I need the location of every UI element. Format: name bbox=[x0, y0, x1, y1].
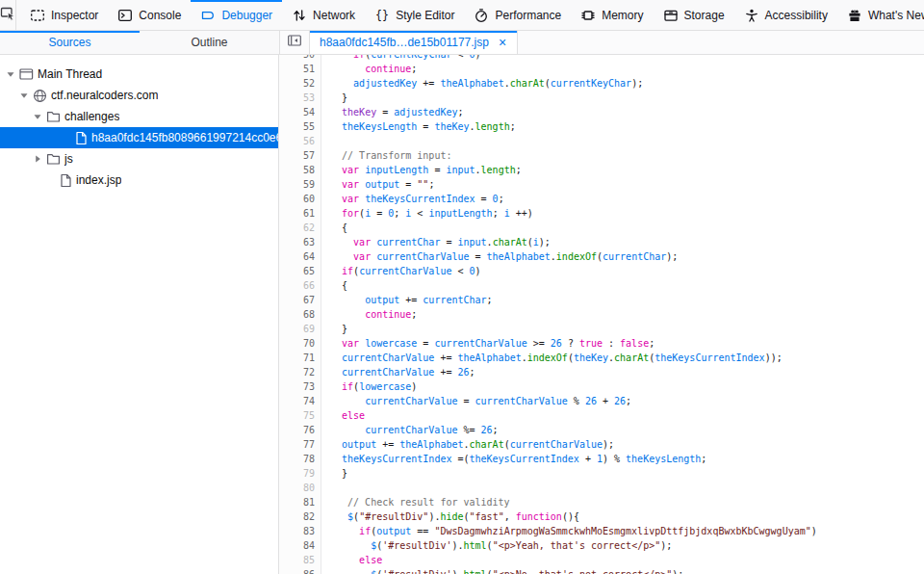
line-number[interactable]: 86 bbox=[279, 567, 315, 574]
line-number[interactable]: 71 bbox=[279, 351, 315, 365]
code-line-content[interactable]: else bbox=[330, 553, 382, 567]
sidebar-tab-outline[interactable]: Outline bbox=[140, 31, 279, 54]
code-line-content[interactable]: theKeysCurrentIndex =(theKeysCurrentInde… bbox=[330, 452, 706, 466]
line-number[interactable]: 74 bbox=[279, 394, 315, 408]
code-line-content[interactable]: if(lowercase) bbox=[330, 379, 417, 394]
line-number[interactable]: 85 bbox=[279, 553, 315, 567]
line-number[interactable]: 82 bbox=[279, 509, 315, 524]
code-line-content[interactable]: theKeysLength = theKey.length; bbox=[330, 119, 516, 134]
code-line-content[interactable]: $('#resultDiv').html("<p>No, that's not … bbox=[330, 567, 683, 574]
tool-tab-storage[interactable]: Storage bbox=[654, 0, 734, 30]
code-editor[interactable]: 50 if(currentKeyChar < 0)51 continue;52 … bbox=[279, 55, 924, 574]
code-line-content[interactable]: theKey = adjustedKey; bbox=[330, 105, 464, 119]
line-number[interactable]: 65 bbox=[279, 264, 315, 278]
caret-right-icon[interactable] bbox=[33, 154, 42, 164]
code-line-content[interactable]: var currentCharValue = theAlphabet.index… bbox=[330, 249, 678, 264]
code-line-content[interactable]: } bbox=[330, 322, 347, 336]
line-number[interactable]: 50 bbox=[279, 55, 315, 62]
tool-tab-debugger[interactable]: Debugger bbox=[191, 0, 282, 30]
code-line-content[interactable]: } bbox=[330, 466, 347, 481]
tree-item-challenges[interactable]: challenges bbox=[0, 106, 278, 127]
code-line-content[interactable]: $("#resultDiv").hide("fast", function(){ bbox=[330, 509, 579, 524]
caret-down-icon[interactable] bbox=[33, 112, 42, 121]
code-line-content[interactable]: currentCharValue %= 26; bbox=[330, 423, 499, 437]
source-file-tab[interactable]: h8aa0fdc145fb…de15b01177.jsp × bbox=[310, 31, 518, 54]
code-line-content[interactable]: currentCharValue += theAlphabet.indexOf(… bbox=[330, 351, 783, 365]
line-number[interactable]: 79 bbox=[279, 466, 315, 481]
sidebar-tab-sources[interactable]: Sources bbox=[0, 31, 140, 54]
line-number[interactable]: 69 bbox=[279, 322, 315, 336]
tree-item-index-jsp[interactable]: index.jsp bbox=[0, 170, 278, 191]
code-line-content[interactable]: if(currentCharValue < 0) bbox=[330, 264, 481, 278]
code-line-content[interactable]: var inputLength = input.length; bbox=[330, 163, 522, 177]
line-number[interactable]: 60 bbox=[279, 192, 315, 206]
code-line-content[interactable]: } bbox=[330, 91, 347, 105]
tree-item-main-thread[interactable]: Main Thread bbox=[0, 64, 278, 85]
line-number[interactable]: 56 bbox=[279, 134, 315, 148]
line-number[interactable]: 57 bbox=[279, 148, 315, 163]
code-line-content[interactable]: currentCharValue += 26; bbox=[330, 365, 475, 379]
code-line-content[interactable]: var theKeysCurrentIndex = 0; bbox=[330, 192, 504, 206]
line-number[interactable]: 76 bbox=[279, 423, 315, 437]
line-number[interactable]: 78 bbox=[279, 452, 315, 466]
code-line-content[interactable]: { bbox=[330, 278, 347, 293]
code-line-content[interactable]: var currentChar = input.charAt(i); bbox=[330, 235, 551, 249]
tool-tab-style-editor[interactable]: {}Style Editor bbox=[365, 0, 464, 30]
line-number[interactable]: 54 bbox=[279, 105, 315, 119]
tree-item-source-file-1[interactable]: ctf.neuralcoders.com bbox=[0, 85, 278, 106]
line-number[interactable]: 63 bbox=[279, 235, 315, 249]
tool-tab-console[interactable]: Console bbox=[108, 0, 191, 30]
code-line-content[interactable]: // Check result for validity bbox=[330, 495, 510, 509]
line-number[interactable]: 58 bbox=[279, 163, 315, 177]
code-line-content[interactable]: var output = ""; bbox=[330, 177, 434, 192]
line-number[interactable]: 80 bbox=[279, 481, 315, 495]
code-line-content[interactable]: output += theAlphabet.charAt(currentChar… bbox=[330, 437, 614, 452]
code-line-content[interactable]: { bbox=[330, 221, 347, 235]
line-number[interactable]: 67 bbox=[279, 293, 315, 307]
line-number[interactable]: 68 bbox=[279, 307, 315, 322]
code-line-content[interactable]: if(currentKeyChar < 0) bbox=[330, 55, 481, 62]
collapse-sources-pane-button[interactable] bbox=[280, 31, 310, 54]
tool-tab-memory[interactable]: Memory bbox=[571, 0, 653, 30]
tool-tab-accessibility[interactable]: Accessibility bbox=[734, 0, 837, 30]
code-line-content[interactable]: for(i = 0; i < inputLength; i ++) bbox=[330, 206, 533, 221]
code-line-content[interactable]: continue; bbox=[330, 307, 417, 322]
line-number[interactable]: 83 bbox=[279, 524, 315, 538]
line-number[interactable]: 66 bbox=[279, 278, 315, 293]
tool-tab-network[interactable]: Network bbox=[282, 0, 365, 30]
code-line-content[interactable]: var lowercase = currentCharValue >= 26 ?… bbox=[330, 336, 654, 351]
line-number[interactable]: 61 bbox=[279, 206, 315, 221]
code-line-content[interactable]: if(output == "DwsDagmwhziArpmogWaSmmckwh… bbox=[330, 524, 817, 538]
code-line-content[interactable]: currentCharValue = currentCharValue % 26… bbox=[330, 394, 631, 408]
line-number[interactable]: 84 bbox=[279, 538, 315, 553]
tool-tab-performance[interactable]: Performance bbox=[464, 0, 571, 30]
tree-item-js[interactable]: js bbox=[0, 148, 278, 170]
line-number[interactable]: 75 bbox=[279, 408, 315, 423]
pick-element-button[interactable] bbox=[0, 0, 16, 30]
line-number[interactable]: 81 bbox=[279, 495, 315, 509]
line-number[interactable]: 72 bbox=[279, 365, 315, 379]
code-line-content[interactable]: $('#resultDiv').html("<p>Yeah, that's co… bbox=[330, 538, 672, 553]
line-number[interactable]: 64 bbox=[279, 249, 315, 264]
line-number[interactable]: 70 bbox=[279, 336, 315, 351]
code-line-content[interactable]: // Transform input: bbox=[330, 148, 451, 163]
line-number[interactable]: 62 bbox=[279, 221, 315, 235]
line-number[interactable]: 53 bbox=[279, 91, 315, 105]
line-number[interactable]: 77 bbox=[279, 437, 315, 452]
tool-tab-whats-new[interactable]: What's New bbox=[837, 0, 924, 30]
caret-down-icon[interactable] bbox=[19, 91, 29, 100]
code-line-content[interactable]: adjustedKey += theAlphabet.charAt(curren… bbox=[330, 76, 643, 91]
close-icon[interactable]: × bbox=[498, 36, 507, 49]
code-line-content[interactable]: else bbox=[330, 408, 365, 423]
caret-down-icon[interactable] bbox=[6, 69, 15, 79]
line-number[interactable]: 55 bbox=[279, 119, 315, 134]
code-line-content[interactable]: continue; bbox=[330, 62, 417, 76]
line-number[interactable]: 51 bbox=[279, 62, 315, 76]
line-number[interactable]: 73 bbox=[279, 379, 315, 394]
tree-item-source-file-3[interactable]: h8aa0fdc145fb8089661997214cc0e685e5 bbox=[0, 127, 278, 148]
line-number[interactable]: 52 bbox=[279, 76, 315, 91]
line-number[interactable]: 59 bbox=[279, 177, 315, 192]
code-line-content[interactable]: output += currentChar; bbox=[330, 293, 493, 307]
tool-tab-inspector[interactable]: Inspector bbox=[20, 0, 108, 30]
code-token: if bbox=[342, 266, 353, 276]
